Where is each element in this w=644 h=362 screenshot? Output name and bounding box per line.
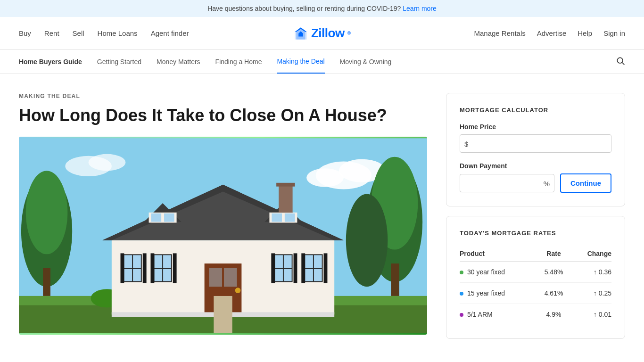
svg-rect-60: [224, 268, 237, 287]
svg-rect-39: [133, 255, 141, 269]
svg-rect-38: [124, 255, 132, 269]
home-price-input[interactable]: [460, 134, 611, 153]
svg-rect-67: [271, 254, 275, 283]
svg-rect-30: [164, 214, 174, 222]
svg-rect-69: [301, 254, 305, 283]
sidebar: MORTGAGE CALCULATOR Home Price $ Down Pa…: [446, 93, 625, 339]
rate-dot: [460, 292, 463, 296]
nav-rent[interactable]: Rent: [44, 29, 59, 37]
rate-value: 4.61%: [537, 283, 570, 304]
svg-rect-13: [43, 268, 50, 296]
rate-product: 30 year fixed: [460, 262, 537, 283]
svg-rect-53: [305, 255, 313, 269]
svg-point-3: [617, 58, 623, 63]
article-label: MAKING THE DEAL: [19, 93, 427, 99]
svg-point-8: [306, 168, 344, 187]
col-product: Product: [460, 246, 537, 262]
subnav-money-matters[interactable]: Money Matters: [157, 50, 200, 73]
svg-rect-36: [276, 183, 295, 187]
svg-rect-55: [305, 269, 313, 281]
svg-rect-70: [324, 254, 328, 283]
nav-help[interactable]: Help: [578, 29, 592, 37]
nav-agent-finder[interactable]: Agent finder: [151, 29, 189, 37]
rates-header-row: Product Rate Change: [460, 246, 611, 262]
svg-point-10: [89, 154, 126, 171]
subnav-getting-started[interactable]: Getting Started: [97, 50, 141, 73]
rate-value: 5.48%: [537, 262, 570, 283]
top-banner: Have questions about buying, selling or …: [0, 0, 644, 17]
subnav-moving-owning[interactable]: Moving & Owning: [340, 50, 392, 73]
nav-left: Buy Rent Sell Home Loans Agent finder: [19, 29, 189, 37]
svg-line-4: [622, 63, 625, 65]
subnav-making-the-deal[interactable]: Making the Deal: [277, 50, 324, 74]
svg-point-17: [346, 194, 388, 287]
search-button[interactable]: [616, 56, 625, 67]
nav-advertise[interactable]: Advertise: [537, 29, 567, 37]
rate-product: 5/1 ARM: [460, 304, 537, 325]
article-image: [19, 137, 427, 335]
svg-rect-66: [173, 254, 177, 283]
nav-manage-rentals[interactable]: Manage Rentals: [474, 29, 526, 37]
rate-dot: [460, 313, 463, 317]
down-payment-label: Down Payment: [460, 162, 611, 170]
svg-point-12: [26, 171, 68, 254]
rate-dot: [460, 271, 463, 274]
mortgage-rates: TODAY'S MORTGAGE RATES Product Rate Chan…: [446, 216, 625, 339]
svg-rect-34: [285, 214, 295, 222]
svg-rect-43: [154, 255, 162, 269]
nav-buy[interactable]: Buy: [19, 29, 31, 37]
svg-rect-44: [163, 255, 171, 269]
down-payment-input-wrap: %: [460, 174, 554, 192]
col-rate: Rate: [537, 246, 570, 262]
rate-value: 4.9%: [537, 304, 570, 325]
svg-rect-49: [284, 255, 292, 269]
table-row: 30 year fixed 5.48% ↑ 0.36: [460, 262, 611, 283]
nav-logo[interactable]: Zillow®: [293, 26, 351, 41]
continue-button[interactable]: Continue: [560, 173, 611, 193]
table-row: 15 year fixed 4.61% ↑ 0.25: [460, 283, 611, 304]
banner-link[interactable]: Learn more: [403, 5, 437, 12]
svg-rect-16: [391, 263, 399, 296]
svg-rect-59: [209, 268, 222, 287]
svg-rect-46: [163, 269, 171, 281]
svg-rect-51: [284, 269, 292, 281]
svg-rect-33: [272, 214, 282, 222]
svg-rect-40: [124, 269, 132, 281]
table-row: 5/1 ARM 4.9% ↑ 0.01: [460, 304, 611, 325]
main-nav: Buy Rent Sell Home Loans Agent finder Zi…: [0, 17, 644, 50]
nav-home-loans[interactable]: Home Loans: [98, 29, 138, 37]
nav-sell[interactable]: Sell: [73, 29, 84, 37]
article-title: How Long Does It Take to Close On A Hous…: [19, 105, 427, 125]
svg-rect-54: [314, 255, 322, 269]
rate-product: 15 year fixed: [460, 283, 537, 304]
home-price-label: Home Price: [460, 123, 611, 131]
svg-rect-41: [133, 269, 141, 281]
subnav-home-buyers-guide[interactable]: Home Buyers Guide: [19, 50, 82, 73]
svg-rect-68: [294, 254, 297, 283]
rates-table: Product Rate Change 30 year fixed 5.48% …: [460, 246, 611, 325]
rate-change: ↑ 0.25: [570, 283, 611, 304]
nav-sign-in[interactable]: Sign in: [603, 29, 625, 37]
down-payment-row: % Continue: [460, 173, 611, 193]
subnav-finding-a-home[interactable]: Finding a Home: [215, 50, 262, 73]
svg-rect-63: [121, 254, 124, 283]
svg-rect-48: [275, 255, 283, 269]
sub-nav: Home Buyers Guide Getting Started Money …: [0, 50, 644, 74]
svg-rect-50: [275, 269, 283, 281]
rate-change: ↑ 0.36: [570, 262, 611, 283]
svg-rect-45: [154, 269, 162, 281]
svg-rect-29: [151, 214, 161, 222]
mortgage-calculator: MORTGAGE CALCULATOR Home Price $ Down Pa…: [446, 93, 625, 206]
rate-change: ↑ 0.01: [570, 304, 611, 325]
zillow-logo-icon: [293, 26, 308, 41]
banner-text: Have questions about buying, selling or …: [207, 5, 401, 12]
percent-sign: %: [544, 179, 550, 187]
nav-right: Manage Rentals Advertise Help Sign in: [474, 29, 626, 37]
home-price-input-wrap: $: [460, 134, 611, 153]
dollar-sign: $: [464, 140, 468, 148]
svg-point-58: [235, 288, 241, 293]
down-payment-input[interactable]: [460, 174, 554, 192]
col-change: Change: [570, 246, 611, 262]
svg-rect-64: [143, 254, 147, 283]
svg-rect-65: [150, 254, 154, 283]
